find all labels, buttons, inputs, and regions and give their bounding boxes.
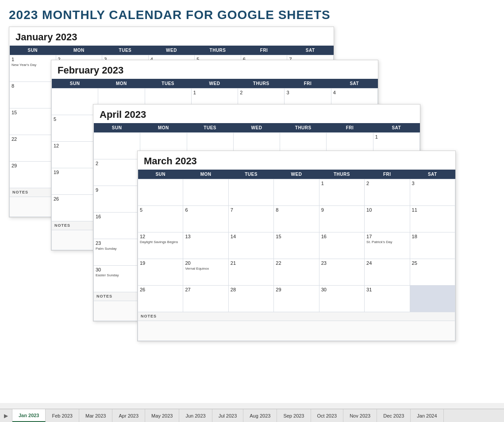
mar-cell: 13 bbox=[183, 232, 228, 259]
jan-col-wed: WED bbox=[148, 46, 195, 55]
feb-cell: 5 bbox=[52, 115, 98, 142]
mar-col-wed: WED bbox=[274, 170, 319, 179]
apr-cell: 23Palm Sunday bbox=[94, 239, 140, 266]
tab-jun-2023[interactable]: Jun 2023 bbox=[179, 409, 212, 422]
apr-col-sun: SUN bbox=[94, 123, 140, 133]
feb-col-mon: MON bbox=[98, 79, 145, 89]
march-title: March 2023 bbox=[138, 151, 455, 170]
tab-mar-2023[interactable]: Mar 2023 bbox=[79, 409, 112, 422]
notes-row: NOTES bbox=[138, 312, 455, 321]
mar-col-sat: SAT bbox=[410, 170, 455, 179]
mar-cell: 10 bbox=[365, 206, 410, 232]
mar-cell bbox=[274, 179, 319, 206]
apr-cell: 9 bbox=[94, 186, 140, 213]
jan-cell: 8 bbox=[10, 82, 56, 108]
table-row: 1 2 3 bbox=[138, 179, 455, 206]
notes-content bbox=[138, 321, 455, 341]
mar-cell: 17St. Patrick's Day bbox=[365, 232, 410, 259]
mar-cell: 31 bbox=[365, 286, 410, 312]
mar-cell: 27 bbox=[183, 286, 228, 312]
table-row: 12Daylight Savings Begins 13 14 15 16 17… bbox=[138, 232, 455, 259]
tab-apr-2023[interactable]: Apr 2023 bbox=[112, 409, 145, 422]
mar-cell: 28 bbox=[228, 286, 273, 312]
mar-cell: 23 bbox=[319, 259, 364, 286]
mar-cell: 9 bbox=[319, 206, 364, 232]
mar-cell: 18 bbox=[410, 232, 455, 259]
apr-col-tue: TUES bbox=[187, 123, 233, 133]
feb-col-thu: THURS bbox=[238, 79, 285, 89]
tab-jan-2024[interactable]: Jan 2024 bbox=[411, 409, 443, 422]
mar-col-sun: SUN bbox=[138, 170, 183, 179]
mar-cell: 19 bbox=[138, 259, 183, 286]
notes-text bbox=[138, 321, 455, 341]
apr-cell: 30Easter Sunday bbox=[94, 266, 140, 292]
tab-bar: ▶ Jan 2023 Feb 2023 Mar 2023 Apr 2023 Ma… bbox=[0, 409, 504, 422]
jan-col-thu: THURS bbox=[195, 46, 241, 55]
tab-sep-2023[interactable]: Sep 2023 bbox=[277, 409, 311, 422]
tab-dec-2023[interactable]: Dec 2023 bbox=[377, 409, 411, 422]
mar-cell: 16 bbox=[319, 232, 364, 259]
feb-cell: 12 bbox=[52, 142, 98, 168]
mar-col-mon: MON bbox=[183, 170, 228, 179]
feb-cell: 19 bbox=[52, 168, 98, 195]
tab-may-2023[interactable]: May 2023 bbox=[145, 409, 179, 422]
main-area: 2023 MONTHLY CALENDAR FOR GOOGLE SHEETS … bbox=[0, 0, 504, 403]
mar-cell: 5 bbox=[138, 206, 183, 232]
feb-col-tue: TUES bbox=[145, 79, 191, 89]
mar-cell: 1 bbox=[319, 179, 364, 206]
jan-cell: 22 bbox=[10, 135, 56, 162]
tab-scroll-left[interactable]: ▶ bbox=[0, 409, 12, 422]
page-title: 2023 MONTHLY CALENDAR FOR GOOGLE SHEETS bbox=[9, 8, 495, 22]
jan-cell: 1New Year's Day bbox=[10, 55, 56, 82]
apr-col-sat: SAT bbox=[373, 123, 419, 133]
mar-cell: 30 bbox=[319, 286, 364, 312]
feb-col-fri: FRI bbox=[285, 79, 331, 89]
april-title: April 2023 bbox=[93, 105, 420, 123]
march-table: SUN MON TUES WED THURS FRI SAT 1 2 bbox=[138, 170, 455, 341]
mar-cell: 14 bbox=[228, 232, 273, 259]
tab-jan-2023[interactable]: Jan 2023 bbox=[12, 409, 46, 422]
mar-cell: 20Vernal Equinox bbox=[183, 259, 228, 286]
mar-cell: 25 bbox=[410, 259, 455, 286]
mar-cell: 7 bbox=[228, 206, 273, 232]
mar-cell: 22 bbox=[274, 259, 319, 286]
jan-cell: 15 bbox=[10, 108, 56, 135]
february-title: February 2023 bbox=[51, 60, 378, 79]
tab-oct-2023[interactable]: Oct 2023 bbox=[311, 409, 344, 422]
tab-aug-2023[interactable]: Aug 2023 bbox=[243, 409, 277, 422]
feb-col-sat: SAT bbox=[331, 79, 377, 89]
mar-cell: 24 bbox=[365, 259, 410, 286]
january-title: January 2023 bbox=[9, 27, 334, 46]
mar-cell: 29 bbox=[274, 286, 319, 312]
tab-nov-2023[interactable]: Nov 2023 bbox=[343, 409, 377, 422]
mar-cell: 12Daylight Savings Begins bbox=[138, 232, 183, 259]
calendar-march: March 2023 SUN MON TUES WED THURS FRI SA… bbox=[137, 151, 456, 341]
mar-cell: 15 bbox=[274, 232, 319, 259]
apr-cell: 16 bbox=[94, 213, 140, 239]
apr-col-fri: FRI bbox=[327, 123, 373, 133]
mar-cell: 6 bbox=[183, 206, 228, 232]
mar-cell-greyed bbox=[410, 286, 455, 312]
apr-col-mon: MON bbox=[140, 123, 187, 133]
jan-cell: 29 bbox=[10, 162, 56, 188]
apr-col-wed: WED bbox=[233, 123, 280, 133]
tab-jul-2023[interactable]: Jul 2023 bbox=[212, 409, 244, 422]
mar-col-tue: TUES bbox=[228, 170, 273, 179]
apr-col-thu: THURS bbox=[280, 123, 327, 133]
mar-cell bbox=[138, 179, 183, 206]
notes-label: NOTES bbox=[138, 312, 455, 321]
jan-col-mon: MON bbox=[56, 46, 102, 55]
mar-cell: 11 bbox=[410, 206, 455, 232]
feb-col-sun: SUN bbox=[52, 79, 98, 89]
mar-cell: 2 bbox=[365, 179, 410, 206]
mar-cell: 21 bbox=[228, 259, 273, 286]
feb-cell: 26 bbox=[52, 195, 98, 221]
jan-col-tue: TUES bbox=[102, 46, 149, 55]
mar-cell bbox=[183, 179, 228, 206]
apr-cell bbox=[94, 133, 140, 159]
mar-col-fri: FRI bbox=[365, 170, 410, 179]
feb-cell bbox=[52, 89, 98, 115]
jan-col-sun: SUN bbox=[10, 46, 56, 55]
mar-col-thu: THURS bbox=[319, 170, 364, 179]
tab-feb-2023[interactable]: Feb 2023 bbox=[46, 409, 79, 422]
